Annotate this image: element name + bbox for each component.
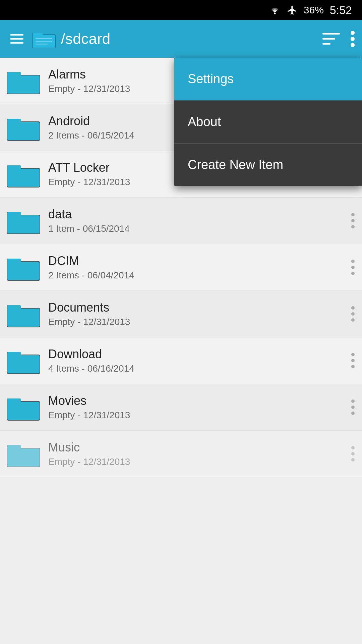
svg-rect-8 [322,33,340,35]
list-item[interactable]: data 1 Item - 06/15/2014 [0,198,362,244]
svg-rect-38 [7,262,40,280]
svg-point-41 [351,266,355,269]
file-info: Movies Empty - 12/31/2013 [48,394,347,421]
svg-rect-59 [7,402,40,420]
toolbar-actions [322,30,355,48]
svg-point-11 [351,31,355,35]
svg-point-47 [351,306,355,310]
svg-point-49 [351,318,355,322]
svg-point-70 [351,458,355,462]
toolbar-title: /sdcard [61,31,111,47]
item-more-icon[interactable] [351,445,355,463]
list-item[interactable]: Movies Empty - 12/31/2013 [0,384,362,431]
svg-point-56 [351,365,355,368]
svg-point-35 [351,225,355,228]
svg-rect-17 [7,72,21,77]
folder-icon [7,345,40,376]
item-more-icon[interactable] [351,352,355,369]
item-more-icon[interactable] [351,305,355,323]
svg-rect-32 [7,212,21,217]
file-name: data [48,207,347,221]
folder-icon [7,439,40,469]
menu-item-settings[interactable]: Settings [174,58,362,101]
svg-rect-4 [33,33,43,37]
menu-item-about[interactable]: About [174,101,362,144]
wifi-icon [269,5,281,15]
svg-rect-25 [7,165,21,171]
svg-rect-45 [7,309,40,327]
file-meta: Empty - 12/31/2013 [48,317,347,327]
folder-icon-toolbar [32,29,56,49]
sort-icon[interactable] [322,32,340,46]
svg-point-68 [351,446,355,449]
svg-point-33 [351,213,355,216]
svg-rect-9 [322,38,335,40]
more-options-icon[interactable] [350,30,355,48]
toolbar-left: /sdcard [7,29,322,49]
list-item[interactable]: Download 4 Items - 06/16/2014 [0,337,362,384]
svg-rect-52 [7,355,40,373]
svg-point-34 [351,219,355,222]
svg-rect-21 [7,119,21,124]
svg-point-63 [351,412,355,415]
list-item[interactable]: Music Empty - 12/31/2013 [0,431,362,477]
file-info: Documents Empty - 12/31/2013 [48,301,347,327]
svg-rect-60 [7,398,21,404]
dropdown-menu: Settings About Create New Item [174,58,362,186]
file-info: DCIM 2 Items - 06/04/2014 [48,254,347,281]
svg-point-62 [351,406,355,409]
svg-rect-67 [7,445,21,450]
item-more-icon[interactable] [351,259,355,276]
svg-rect-66 [7,448,40,467]
folder-icon [7,159,40,189]
file-meta: Empty - 12/31/2013 [48,457,347,467]
status-bar: 36% 5:52 [0,0,362,20]
item-more-icon[interactable] [351,398,355,416]
svg-rect-20 [7,122,40,140]
svg-point-69 [351,452,355,455]
file-meta: 2 Items - 06/04/2014 [48,270,347,281]
file-meta: Empty - 12/31/2013 [48,410,347,421]
svg-rect-16 [7,75,40,94]
svg-point-42 [351,272,355,275]
svg-point-54 [351,353,355,356]
svg-point-48 [351,312,355,316]
folder-icon [7,66,40,96]
hamburger-menu-button[interactable] [7,31,27,47]
status-icons: 36% 5:52 [269,4,352,17]
svg-point-12 [351,37,355,41]
file-name: Music [48,440,347,454]
file-name: DCIM [48,254,347,268]
list-item[interactable]: Documents Empty - 12/31/2013 [0,291,362,337]
svg-point-61 [351,399,355,403]
file-info: Music Empty - 12/31/2013 [48,440,347,467]
file-meta: 1 Item - 06/15/2014 [48,223,347,234]
list-item[interactable]: DCIM 2 Items - 06/04/2014 [0,244,362,291]
item-more-icon[interactable] [351,212,355,229]
svg-point-55 [351,359,355,362]
svg-point-13 [351,43,355,47]
svg-rect-46 [7,305,21,311]
file-name: Documents [48,301,347,315]
svg-rect-53 [7,352,21,357]
file-info: data 1 Item - 06/15/2014 [48,207,347,234]
svg-rect-39 [7,259,21,264]
file-info: Download 4 Items - 06/16/2014 [48,347,347,374]
airplane-icon [287,5,298,15]
toolbar: /sdcard [0,20,362,58]
svg-rect-31 [7,215,40,233]
svg-point-0 [274,13,276,14]
battery-text: 36% [304,4,324,16]
folder-icon [7,206,40,236]
folder-icon [7,392,40,422]
menu-item-create-new-item[interactable]: Create New Item [174,144,362,186]
file-name: Download [48,347,347,361]
file-meta: 4 Items - 06/16/2014 [48,363,347,374]
folder-icon [7,112,40,143]
folder-icon [7,299,40,329]
svg-rect-24 [7,169,40,187]
file-name: Movies [48,394,347,408]
folder-icon [7,252,40,282]
svg-rect-10 [322,43,330,45]
svg-point-40 [351,260,355,263]
